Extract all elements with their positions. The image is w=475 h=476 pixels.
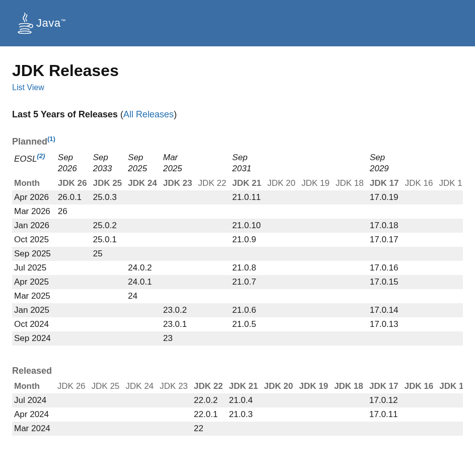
cell (230, 331, 265, 346)
cell (126, 303, 161, 317)
table-row: Sep 202525 (12, 247, 463, 261)
cell (437, 331, 463, 346)
cell (196, 190, 230, 205)
table-row: Mar 202524 (12, 289, 463, 303)
cell (126, 317, 161, 331)
cell (402, 407, 438, 422)
cell (368, 331, 403, 346)
cell: 17.0.16 (368, 261, 403, 275)
cell: 26.0.1 (56, 190, 91, 205)
cell (300, 247, 334, 261)
planned-month-header: Month (12, 176, 56, 190)
cell (403, 261, 437, 275)
planned-table: EOSL(2)Sep2026Sep2033Sep2025Mar2025Sep20… (12, 150, 463, 346)
table-row: Jan 202523.0.221.0.617.0.14 (12, 303, 463, 317)
cell: 17.0.14 (368, 303, 403, 317)
released-month-header: Month (12, 379, 55, 393)
cell (196, 205, 230, 219)
cell: 21.0.7 (230, 275, 265, 289)
cell (161, 289, 196, 303)
planned-col-jdk-24: JDK 24 (126, 176, 161, 190)
cell (262, 407, 297, 422)
all-releases-link[interactable]: All Releases (123, 109, 174, 119)
cell (196, 331, 230, 346)
released-col-jdk-15: JDK 15 (437, 379, 463, 393)
cell (368, 247, 403, 261)
cell (437, 247, 463, 261)
released-col-jdk-24: JDK 24 (123, 379, 158, 393)
planned-col-jdk-26: JDK 26 (56, 176, 91, 190)
planned-col-jdk-20: JDK 20 (265, 176, 300, 190)
table-row: Mar 202422 (12, 422, 463, 436)
cell (332, 407, 367, 422)
cell (368, 289, 403, 303)
cell (403, 219, 437, 233)
eosl-jdk-20 (265, 150, 300, 176)
cell (300, 190, 334, 205)
released-col-jdk-20: JDK 20 (262, 379, 297, 393)
cell (161, 247, 196, 261)
month-cell: Jan 2026 (12, 219, 56, 233)
cell (265, 275, 300, 289)
eosl-jdk-18 (333, 150, 368, 176)
cell (196, 303, 230, 317)
cell (332, 422, 367, 436)
cell (402, 422, 438, 436)
planned-col-jdk-15: JDK 15 (437, 176, 463, 190)
cell (90, 393, 124, 407)
cell (91, 317, 126, 331)
eosl-jdk-21: Sep2031 (230, 150, 265, 176)
month-cell: Mar 2025 (12, 289, 56, 303)
cell (56, 219, 91, 233)
table-row: Oct 202525.0.121.0.917.0.17 (12, 233, 463, 247)
released-col-jdk-16: JDK 16 (402, 379, 438, 393)
content-area: JDK Releases List View Last 5 Years of R… (0, 46, 475, 456)
cell (333, 317, 368, 331)
month-cell: Sep 2024 (12, 331, 56, 346)
cell (368, 205, 403, 219)
java-logo[interactable]: Java™ (16, 12, 66, 34)
released-col-jdk-23: JDK 23 (158, 379, 192, 393)
cell (403, 331, 437, 346)
cell: 22.0.2 (192, 393, 227, 407)
eosl-footnote-link[interactable]: (2) (37, 152, 45, 160)
cell: 24 (126, 289, 161, 303)
cell (56, 275, 91, 289)
cell (333, 303, 368, 317)
cell (126, 331, 161, 346)
cell: 21.0.9 (230, 233, 265, 247)
cell (437, 303, 463, 317)
released-table-wrap: MonthJDK 26JDK 25JDK 24JDK 23JDK 22JDK 2… (12, 379, 463, 436)
cell: 17.0.11 (367, 407, 402, 422)
month-cell: Oct 2024 (12, 317, 56, 331)
eosl-jdk-16 (403, 150, 437, 176)
cell (126, 247, 161, 261)
cell: 17.0.13 (368, 317, 403, 331)
cell (196, 275, 230, 289)
cell (403, 247, 437, 261)
cell: 17.0.17 (368, 233, 403, 247)
cell (403, 233, 437, 247)
cell (161, 190, 196, 205)
list-view-link[interactable]: List View (12, 83, 44, 92)
eosl-jdk-19 (300, 150, 334, 176)
planned-col-jdk-25: JDK 25 (91, 176, 126, 190)
java-cup-icon (16, 12, 33, 34)
planned-col-jdk-18: JDK 18 (333, 176, 368, 190)
cell (300, 303, 334, 317)
cell (297, 407, 332, 422)
table-row: Apr 202524.0.121.0.717.0.15 (12, 275, 463, 289)
cell (196, 317, 230, 331)
cell: 25.0.3 (91, 190, 126, 205)
cell (123, 407, 158, 422)
cell (161, 205, 196, 219)
cell (262, 422, 297, 436)
cell: 17.0.12 (367, 393, 402, 407)
released-table: MonthJDK 26JDK 25JDK 24JDK 23JDK 22JDK 2… (12, 379, 463, 436)
planned-col-jdk-17: JDK 17 (368, 176, 403, 190)
planned-footnote-link[interactable]: (1) (47, 135, 55, 143)
planned-col-jdk-21: JDK 21 (230, 176, 265, 190)
cell (300, 275, 334, 289)
table-row: Oct 202423.0.121.0.517.0.13 (12, 317, 463, 331)
cell (332, 393, 367, 407)
